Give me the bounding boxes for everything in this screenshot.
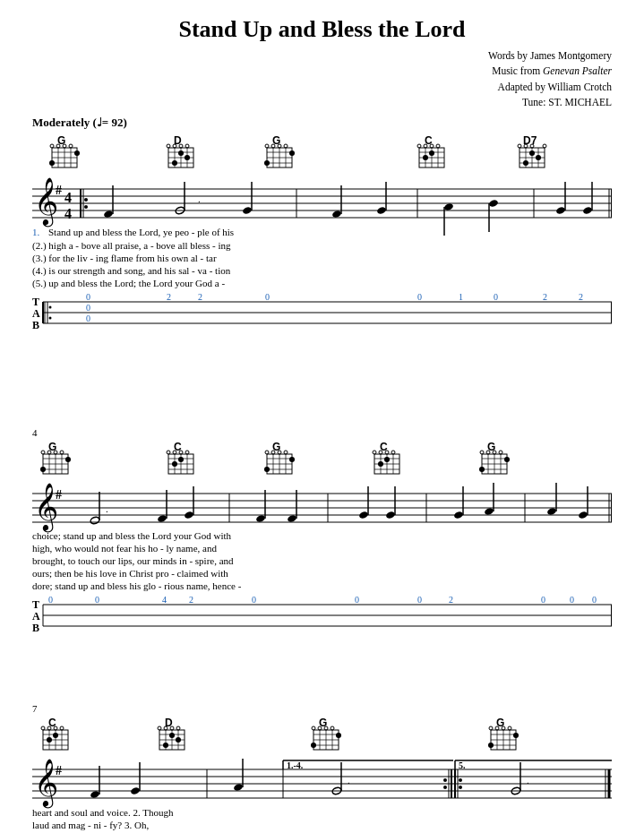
svg-point-9 (50, 144, 54, 148)
svg-point-43 (289, 150, 295, 156)
svg-point-207 (499, 451, 502, 454)
svg-text:𝄞: 𝄞 (34, 177, 58, 228)
svg-text:0: 0 (48, 595, 53, 605)
svg-point-237 (484, 507, 494, 516)
svg-text:4: 4 (162, 595, 167, 605)
svg-point-94 (331, 210, 342, 219)
svg-point-104 (555, 206, 566, 215)
svg-text:4: 4 (64, 206, 72, 221)
svg-text:C: C (425, 134, 433, 147)
svg-text:laud     and    mag -  ni -   : laud and mag - ni - fy? 3. Oh, (32, 820, 149, 830)
svg-text:.: . (348, 775, 350, 786)
section1-svg: Moderately (♩= 92) G D (32, 114, 612, 418)
svg-point-325 (508, 726, 511, 730)
svg-point-298 (176, 737, 181, 743)
svg-point-176 (265, 451, 269, 454)
svg-text:G: G (272, 134, 280, 147)
svg-point-359 (459, 786, 462, 789)
svg-text:0: 0 (417, 292, 422, 302)
svg-point-343 (130, 786, 141, 795)
svg-point-23 (167, 144, 170, 148)
svg-point-293 (158, 726, 161, 730)
svg-point-284 (47, 737, 52, 743)
svg-point-209 (504, 457, 510, 462)
svg-point-84 (84, 198, 88, 202)
svg-point-27 (178, 150, 184, 156)
svg-text:heart    and    soul    and   : heart and soul and voice. 2. Though (32, 807, 174, 818)
svg-point-232 (385, 511, 396, 520)
credits-line4: Tune: ST. MICHAEL (32, 95, 612, 110)
svg-point-208 (479, 467, 485, 472)
svg-point-193 (391, 451, 395, 454)
svg-point-166 (178, 457, 184, 462)
svg-point-279 (41, 726, 45, 730)
svg-text:0: 0 (541, 595, 545, 605)
svg-text:2: 2 (543, 292, 547, 302)
svg-text:𝄞: 𝄞 (34, 759, 58, 809)
svg-point-14 (74, 150, 80, 156)
svg-point-195 (378, 461, 383, 467)
svg-point-106 (582, 206, 593, 215)
svg-point-240 (546, 507, 557, 516)
svg-point-26 (185, 144, 189, 148)
svg-text:0: 0 (355, 595, 359, 605)
svg-point-38 (265, 144, 269, 148)
svg-text:0: 0 (252, 595, 256, 605)
svg-text:G: G (487, 441, 495, 453)
svg-point-86 (103, 210, 114, 219)
svg-point-235 (453, 511, 464, 520)
svg-point-72 (523, 160, 528, 166)
section-2: 4 G C (32, 425, 612, 694)
svg-point-153 (65, 457, 71, 462)
svg-point-138 (49, 317, 52, 320)
svg-point-99 (443, 202, 454, 211)
svg-point-217 (90, 516, 100, 525)
svg-point-341 (90, 790, 100, 799)
svg-point-327 (513, 733, 519, 738)
svg-point-190 (373, 451, 376, 454)
svg-point-13 (49, 160, 55, 166)
svg-text:0: 0 (570, 595, 574, 605)
credits-block: Words by James Montgomery Music from Gen… (32, 48, 612, 110)
section-3: 7 C D (32, 701, 612, 833)
svg-text:B: B (32, 319, 39, 331)
svg-text:A: A (32, 307, 40, 320)
svg-text:.: . (198, 193, 201, 204)
svg-point-162 (167, 451, 170, 454)
svg-text:5.: 5. (459, 760, 466, 770)
svg-point-225 (255, 514, 266, 523)
svg-point-70 (529, 150, 535, 156)
svg-point-181 (289, 457, 295, 462)
svg-point-56 (429, 150, 434, 156)
svg-point-204 (480, 451, 484, 454)
svg-point-354 (443, 778, 447, 782)
credits-line1: Words by James Montgomery (32, 48, 612, 64)
svg-text:0: 0 (494, 292, 498, 302)
svg-point-230 (358, 511, 369, 520)
svg-point-297 (169, 733, 175, 738)
svg-text:4: 4 (32, 427, 38, 438)
section2-svg: 4 G C (32, 425, 612, 694)
svg-text:0: 0 (86, 313, 90, 323)
svg-text:ours;            then    be   : ours; then be his love in Christ pro - c… (32, 568, 228, 579)
svg-text:1.: 1. (32, 227, 40, 237)
svg-point-220 (157, 514, 167, 523)
svg-point-71 (536, 155, 541, 160)
svg-text:T: T (32, 598, 39, 611)
svg-text:high,           who   would   : high, who would not fear his ho - ly nam… (32, 543, 217, 554)
svg-point-242 (578, 511, 588, 520)
svg-text:G: G (48, 441, 56, 453)
svg-point-283 (53, 733, 58, 738)
svg-text:C: C (174, 441, 182, 453)
svg-point-308 (312, 726, 315, 730)
svg-text:Stand    up    and   bless   t: Stand up and bless the Lord, ye peo - pl… (48, 227, 234, 237)
svg-text:G: G (272, 441, 280, 453)
svg-point-299 (163, 743, 168, 748)
svg-text:0: 0 (86, 303, 90, 313)
svg-text:C: C (380, 441, 388, 453)
svg-point-148 (41, 451, 45, 454)
svg-point-165 (185, 451, 189, 454)
svg-point-101 (488, 199, 499, 208)
svg-text:.: . (106, 503, 108, 514)
svg-text:2: 2 (449, 595, 453, 605)
